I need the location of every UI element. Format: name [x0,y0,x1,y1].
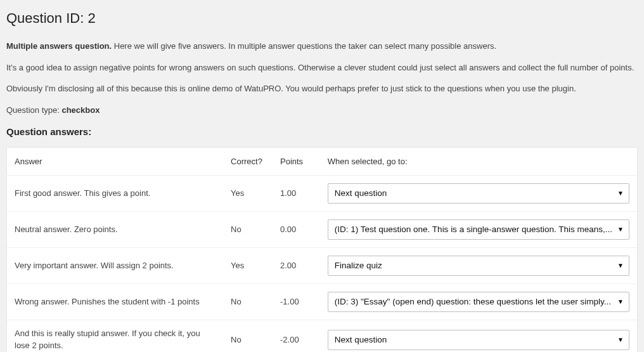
goto-select-value: Next question [335,334,612,346]
col-header-answer: Answer [7,148,223,176]
question-type-value: checkbox [61,105,100,115]
cell-points: 0.00 [273,212,320,248]
goto-select[interactable]: (ID: 3) "Essay" (open end) question: the… [328,292,629,312]
answers-panel: Answer Correct? Points When selected, go… [6,147,638,353]
intro-paragraph: Multiple answers question. Here we will … [6,40,638,53]
goto-select[interactable]: Next question ▼ [328,183,629,204]
col-header-points: Points [273,148,320,176]
col-header-goto: When selected, go to: [320,148,637,176]
table-row: First good answer. This gives a point. Y… [7,176,637,212]
goto-select[interactable]: Next question ▼ [328,330,629,350]
cell-correct: Yes [223,176,273,212]
chevron-down-icon: ▼ [617,190,624,197]
demo-disclosure: Obviously I'm disclosing all of this bec… [6,82,638,95]
cell-answer: Wrong answer. Punishes the student with … [7,284,223,320]
goto-select-value: Finalize quiz [335,259,612,272]
goto-select-value: Next question [335,187,612,200]
table-row: Very important answer. Will assign 2 poi… [7,248,637,284]
goto-select-value: (ID: 1) Test question one. This is a sin… [335,223,612,236]
question-type-line: Question type: checkbox [6,104,638,117]
table-row: And this is really stupid answer. If you… [7,320,637,353]
cell-answer: Neutral answer. Zero points. [7,212,223,248]
cell-answer: Very important answer. Will assign 2 poi… [7,248,223,284]
table-row: Wrong answer. Punishes the student with … [7,284,637,320]
intro-strong: Multiple answers question. [6,41,112,51]
answers-heading: Question answers: [6,125,638,140]
page-title: Question ID: 2 [6,8,638,29]
goto-select-value: (ID: 3) "Essay" (open end) question: the… [335,296,612,308]
cell-points: -1.00 [273,284,320,320]
chevron-down-icon: ▼ [617,226,624,233]
question-type-label: Question type: [6,105,61,115]
hint-negative-points: It's a good idea to assign negative poin… [6,62,638,74]
cell-correct: No [223,320,273,353]
cell-answer: And this is really stupid answer. If you… [7,320,223,353]
cell-points: 1.00 [273,176,320,212]
goto-select[interactable]: (ID: 1) Test question one. This is a sin… [328,219,629,240]
cell-points: 2.00 [273,248,320,284]
chevron-down-icon: ▼ [617,263,624,269]
cell-correct: Yes [223,248,273,284]
cell-points: -2.00 [273,320,320,353]
table-row: Neutral answer. Zero points. No 0.00 (ID… [7,212,637,248]
col-header-correct: Correct? [223,148,273,176]
cell-answer: First good answer. This gives a point. [7,176,223,212]
goto-select[interactable]: Finalize quiz ▼ [328,256,629,276]
answers-table: Answer Correct? Points When selected, go… [7,148,637,353]
chevron-down-icon: ▼ [617,337,624,343]
cell-correct: No [223,212,273,248]
chevron-down-icon: ▼ [617,299,624,305]
cell-correct: No [223,284,273,320]
table-header-row: Answer Correct? Points When selected, go… [7,148,637,176]
intro-rest: Here we will give five answers. In multi… [112,41,496,51]
